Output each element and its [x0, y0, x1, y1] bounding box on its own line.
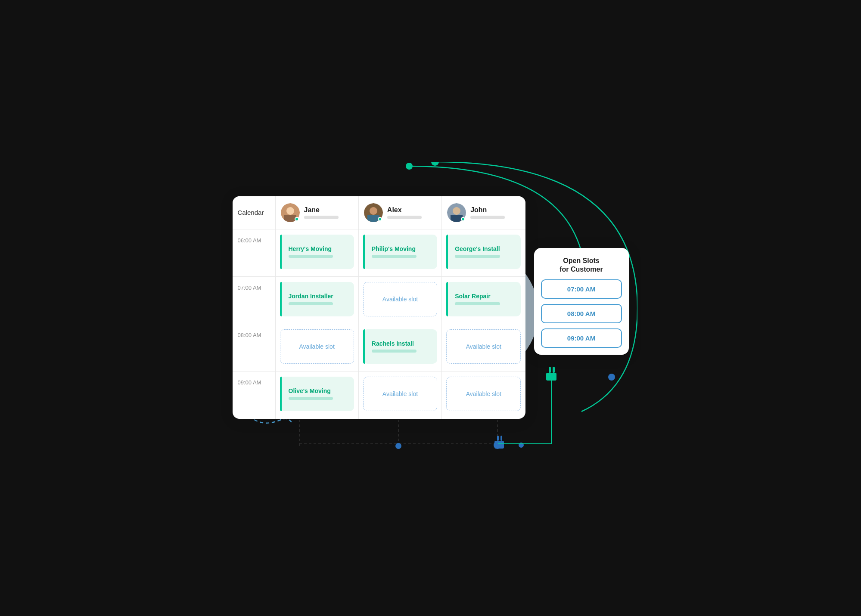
job-border: [363, 329, 365, 364]
cell-jane-0800: Available slot: [276, 324, 359, 371]
job-bar: [289, 397, 333, 400]
svg-point-5: [395, 443, 401, 449]
job-bar: [455, 302, 500, 305]
calendar-label: Calendar: [233, 196, 276, 229]
svg-point-0: [406, 163, 413, 170]
time-0800: 08:00 AM: [233, 324, 276, 371]
john-bar: [470, 216, 505, 219]
online-dot-alex: [378, 217, 382, 221]
time-slot-0700[interactable]: 07:00 AM: [541, 279, 622, 299]
open-slots-title: Open Slotsfor Customer: [541, 257, 622, 275]
svg-rect-13: [546, 373, 556, 381]
cell-john-0900: Available slot: [442, 371, 525, 419]
svg-rect-8: [494, 441, 504, 449]
job-georges-install[interactable]: George's Install: [446, 235, 521, 269]
avatar-john: [447, 203, 466, 222]
row-0800: 08:00 AM Available slot Rachels Install: [233, 324, 525, 371]
job-border: [446, 235, 448, 269]
svg-point-23: [370, 207, 377, 215]
job-olives-moving[interactable]: Olive's Moving: [280, 377, 354, 411]
svg-rect-9: [497, 436, 499, 441]
slot-text: Available slot: [299, 343, 335, 350]
cell-john-0700: Solar Repair: [442, 277, 525, 324]
time-0600: 06:00 AM: [233, 229, 276, 276]
svg-point-6: [494, 441, 501, 449]
calendar-card: Calendar Jane: [233, 196, 525, 419]
job-bar: [455, 255, 500, 258]
john-name: John: [470, 206, 505, 214]
job-name: Rachels Install: [368, 340, 432, 347]
svg-point-17: [431, 162, 439, 166]
jane-name: Jane: [304, 206, 339, 214]
slot-text: Available slot: [382, 390, 418, 397]
svg-rect-14: [549, 367, 551, 373]
header-john: John: [442, 196, 525, 229]
slot-john-0800[interactable]: Available slot: [446, 329, 521, 364]
row-0600: 06:00 AM Herry's Moving Philip's Moving: [233, 229, 525, 277]
alex-name: Alex: [387, 206, 422, 214]
online-dot-jane: [295, 217, 299, 221]
job-bar: [289, 302, 333, 305]
cell-alex-0700: Available slot: [359, 277, 442, 324]
svg-point-27: [453, 207, 460, 215]
slot-alex-0900[interactable]: Available slot: [363, 377, 437, 411]
cell-alex-0900: Available slot: [359, 371, 442, 419]
jane-bar: [304, 216, 339, 219]
job-bar: [289, 255, 333, 258]
slot-jane-0800[interactable]: Available slot: [280, 329, 354, 364]
alex-bar: [387, 216, 422, 219]
slot-text: Available slot: [466, 390, 501, 397]
job-philips-moving[interactable]: Philip's Moving: [363, 235, 437, 269]
svg-point-19: [286, 207, 294, 215]
job-bar: [372, 350, 417, 353]
row-0900: 09:00 AM Olive's Moving Available slot: [233, 371, 525, 419]
job-name: Philip's Moving: [368, 245, 432, 252]
cell-alex-0600: Philip's Moving: [359, 229, 442, 276]
cell-alex-0800: Rachels Install: [359, 324, 442, 371]
job-name: George's Install: [451, 245, 516, 252]
job-border: [446, 282, 448, 316]
job-name: Jordan Installer: [285, 293, 349, 300]
header-alex: Alex: [359, 196, 442, 229]
time-0900: 09:00 AM: [233, 371, 276, 419]
slot-text: Available slot: [382, 296, 418, 303]
job-border: [280, 282, 282, 316]
open-slots-card: Open Slotsfor Customer 07:00 AM 08:00 AM…: [534, 248, 629, 355]
jane-name-col: Jane: [304, 206, 339, 219]
job-name: Herry's Moving: [285, 245, 349, 252]
job-rachels-install[interactable]: Rachels Install: [363, 329, 437, 364]
avatar-alex: [364, 203, 383, 222]
time-slot-0900[interactable]: 09:00 AM: [541, 328, 622, 348]
header-jane: Jane: [276, 196, 359, 229]
job-border: [280, 235, 282, 269]
job-jordan-installer[interactable]: Jordan Installer: [280, 282, 354, 316]
job-border: [280, 377, 282, 411]
calendar-body: 06:00 AM Herry's Moving Philip's Moving: [233, 229, 525, 419]
cell-jane-0900: Olive's Moving: [276, 371, 359, 419]
row-0700: 07:00 AM Jordan Installer Available slot: [233, 277, 525, 324]
svg-point-7: [519, 443, 524, 448]
svg-point-16: [608, 374, 615, 381]
job-name: Olive's Moving: [285, 387, 349, 394]
avatar-jane: [281, 203, 300, 222]
svg-rect-15: [553, 367, 555, 373]
slot-john-0900[interactable]: Available slot: [446, 377, 521, 411]
online-dot-john: [461, 217, 465, 221]
job-border: [363, 235, 365, 269]
cell-jane-0600: Herry's Moving: [276, 229, 359, 276]
job-name: Solar Repair: [451, 293, 516, 300]
job-solar-repair[interactable]: Solar Repair: [446, 282, 521, 316]
svg-rect-10: [500, 436, 502, 441]
slot-text: Available slot: [466, 343, 501, 350]
job-herrys-moving[interactable]: Herry's Moving: [280, 235, 354, 269]
slot-alex-0700[interactable]: Available slot: [363, 282, 437, 316]
cell-john-0600: George's Install: [442, 229, 525, 276]
job-bar: [372, 255, 417, 258]
john-name-col: John: [470, 206, 505, 219]
alex-name-col: Alex: [387, 206, 422, 219]
cell-john-0800: Available slot: [442, 324, 525, 371]
cell-jane-0700: Jordan Installer: [276, 277, 359, 324]
calendar-header: Calendar Jane: [233, 196, 525, 229]
time-slot-0800[interactable]: 08:00 AM: [541, 304, 622, 323]
time-0700: 07:00 AM: [233, 277, 276, 324]
